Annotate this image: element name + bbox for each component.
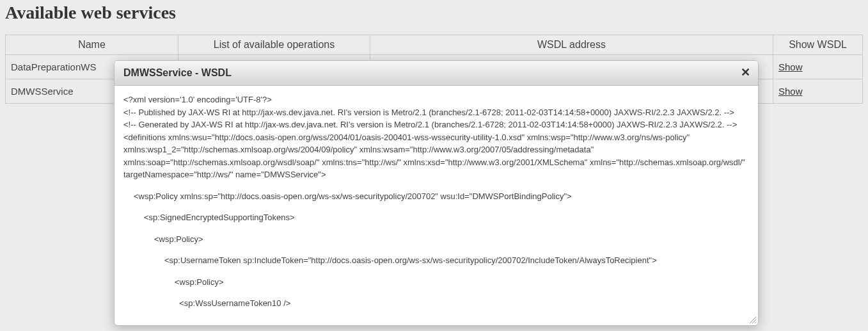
wsdl-line: <wsp:Policy>: [123, 233, 749, 246]
resize-handle-icon[interactable]: [748, 315, 757, 324]
wsdl-line: <!-- Generated by JAX-WS RI at http://ja…: [123, 118, 749, 131]
wsdl-line: [123, 245, 749, 254]
wsdl-line: <wsp:Policy>: [123, 276, 749, 289]
wsdl-line: <!-- Published by JAX-WS RI at http://ja…: [123, 106, 749, 119]
wsdl-line: [123, 267, 749, 276]
show-wsdl-link[interactable]: Show: [778, 61, 803, 72]
wsdl-line: <sp:WssUsernameToken10 />: [123, 297, 749, 310]
col-header-addr: WSDL address: [370, 35, 773, 55]
wsdl-line: <wsp:Policy xmlns:sp="http://docs.oasis-…: [123, 190, 749, 203]
col-header-show: Show WSDL: [773, 35, 863, 55]
wsdl-line: <sp:SignedEncryptedSupportingTokens>: [123, 211, 749, 224]
wsdl-line: <definitions xmlns:wsu="http://docs.oasi…: [123, 131, 749, 181]
show-wsdl-link[interactable]: Show: [778, 86, 803, 97]
wsdl-content[interactable]: <?xml version='1.0' encoding='UTF-8'?><!…: [114, 86, 758, 325]
wsdl-line: <sp:UsernameToken sp:IncludeToken="http:…: [123, 254, 749, 267]
col-header-name: Name: [6, 35, 178, 55]
col-header-ops: List of available operations: [178, 35, 370, 55]
close-icon[interactable]: ✕: [739, 67, 752, 79]
dialog-title: DMWSService - WSDL: [123, 67, 232, 79]
wsdl-line: [123, 288, 749, 297]
wsdl-line: <?xml version='1.0' encoding='UTF-8'?>: [123, 93, 749, 106]
wsdl-line: [123, 181, 749, 190]
wsdl-line: [123, 224, 749, 233]
page-title: Available web services: [5, 3, 863, 23]
dialog-titlebar[interactable]: DMWSService - WSDL ✕: [114, 61, 758, 86]
wsdl-dialog: DMWSService - WSDL ✕ <?xml version='1.0'…: [114, 60, 759, 326]
svg-line-2: [755, 322, 756, 323]
wsdl-line: [123, 202, 749, 211]
